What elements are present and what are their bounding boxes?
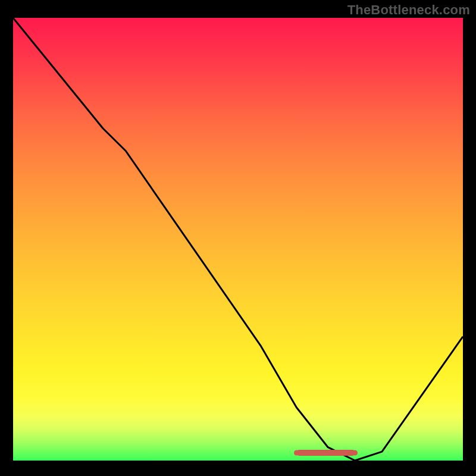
chart-plot-area [13,18,463,461]
chart-line-svg [13,18,463,461]
watermark-text: TheBottleneck.com [347,2,470,18]
highlight-range-marker [296,450,355,456]
chart-line-path [13,18,463,461]
